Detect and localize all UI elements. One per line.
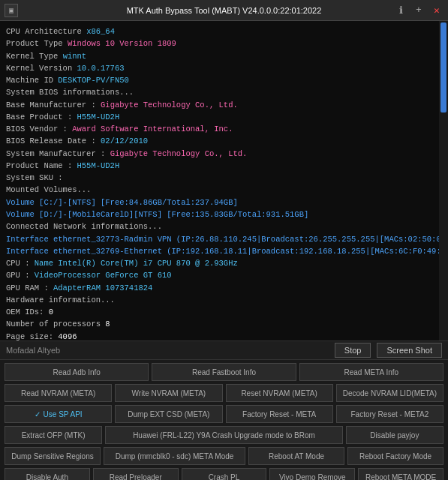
button-row-4: Extract OFP (MTK) Huawei (FRL-L22) Y9A C… <box>5 426 443 444</box>
read-fastboot-info-button[interactable]: Read Fastboot Info <box>152 363 296 381</box>
log-line: System SKU : <box>6 172 433 184</box>
app-logo: ▣ <box>5 4 18 17</box>
log-line: CPU Architecture x86_64 <box>6 26 433 38</box>
read-adb-info-button[interactable]: Read Adb Info <box>5 363 149 381</box>
button-row-2: Read NVRAM (META) Write NVRAM (META) Res… <box>5 384 443 402</box>
title-bar-controls: ℹ + ✕ <box>394 4 443 17</box>
scrollbar-area <box>439 21 448 340</box>
stop-button[interactable]: Stop <box>335 343 371 358</box>
dump-sensitive-button[interactable]: Dump Sensitive Regions <box>5 447 101 465</box>
log-line: Page size: 4096 <box>6 331 433 340</box>
extract-ofp-button[interactable]: Extract OFP (MTK) <box>5 426 102 444</box>
log-line: Number of processors 8 <box>6 318 433 330</box>
dump-mmc-button[interactable]: Dump (mmcblk0 - sdc) META Mode <box>104 447 245 465</box>
reset-nvram-button[interactable]: Reset NVRAM (META) <box>226 384 333 402</box>
main-area: CPU Architecture x86_64Product Type Wind… <box>0 21 448 340</box>
vivo-demo-button[interactable]: Vivo Demo Remove <box>269 468 355 480</box>
log-line: Base Product : H55M-UD2H <box>6 111 433 123</box>
log-panel[interactable]: CPU Architecture x86_64Product Type Wind… <box>0 21 439 340</box>
write-nvram-button[interactable]: Write NVRAM (META) <box>115 384 222 402</box>
reboot-factory-button[interactable]: Reboot Factory Mode <box>347 447 443 465</box>
log-line: CPU : Name Intel(R) Core(TM) i7 CPU 870 … <box>6 257 433 269</box>
log-line: Connected Network informations... <box>6 220 433 232</box>
title-bar-title: MTK Auth Bypass Tool (MABT) V24.0.0.0:22… <box>127 6 322 15</box>
reboot-at-button[interactable]: Reboot AT Mode <box>248 447 344 465</box>
add-icon[interactable]: + <box>412 4 425 17</box>
log-line: GPU RAM : AdapterRAM 1073741824 <box>6 282 433 294</box>
log-line: Machine ID DESKTOP-PV/FN50 <box>6 74 433 86</box>
log-line: Kernel Version 10.0.17763 <box>6 62 433 74</box>
log-line: Volume [D:/]-[MobileCarelD][NTFS] [Free:… <box>6 208 433 220</box>
factory-reset-meta-button[interactable]: Factory Reset - META <box>226 405 333 423</box>
status-actions: Stop Screen Shot <box>335 343 442 358</box>
log-line: Mounted Volumes... <box>6 184 433 196</box>
crash-pl-button[interactable]: Crash PL <box>182 468 267 480</box>
log-line: Interface ethernet_32769-Ethernet (IP:19… <box>6 245 433 257</box>
use-sp-api-button[interactable]: ✓ Use SP API <box>5 405 112 423</box>
screenshot-button[interactable]: Screen Shot <box>377 343 442 358</box>
dump-ext-csd-button[interactable]: Dump EXT CSD (META) <box>115 405 222 423</box>
decode-nvram-button[interactable]: Decode NVRAM LID(META) <box>336 384 443 402</box>
author-label: Mofadal Altyeb <box>6 346 60 355</box>
button-row-6: Disable Auth Read Preloader Crash PL Viv… <box>5 468 443 480</box>
log-line: Hardware information... <box>6 294 433 306</box>
log-line: Base Manufacturer : Gigabyte Technology … <box>6 99 433 111</box>
log-line: BIOS Vendor : Award Software Internation… <box>6 123 433 135</box>
log-line: Volume [C:/]-[NTFS] [Free:84.86GB/Total:… <box>6 196 433 208</box>
log-line: OEM IDs: 0 <box>6 306 433 318</box>
log-line: Product Type Windows 10 Version 1809 <box>6 38 433 50</box>
log-line: BIOS Release Date : 02/12/2010 <box>6 135 433 147</box>
button-area: Read Adb Info Read Fastboot Info Read ME… <box>0 360 448 480</box>
log-line: Product Name : H55M-UD2H <box>6 160 433 172</box>
read-meta-info-button[interactable]: Read META Info <box>299 363 443 381</box>
button-row-3: ✓ Use SP API Dump EXT CSD (META) Factory… <box>5 405 443 423</box>
title-bar: ▣ MTK Auth Bypass Tool (MABT) V24.0.0.0:… <box>0 0 448 21</box>
button-row-5: Dump Sensitive Regions Dump (mmcblk0 - s… <box>5 447 443 465</box>
disable-auth-button[interactable]: Disable Auth <box>5 468 90 480</box>
status-bar: Mofadal Altyeb Stop Screen Shot <box>0 340 448 360</box>
close-icon[interactable]: ✕ <box>430 4 443 17</box>
reboot-meta-button[interactable]: Reboot META MODE <box>358 468 443 480</box>
log-line: Interface ethernet_32773-Radmin VPN (IP:… <box>6 233 433 245</box>
huawei-button[interactable]: Huawei (FRL-L22) Y9A Crash Upgrade mode … <box>105 426 343 444</box>
log-line: System BIOS informations... <box>6 86 433 98</box>
factory-reset-meta2-button[interactable]: Factory Reset - META2 <box>336 405 443 423</box>
log-line: System Manufacturer : Gigabyte Technolog… <box>6 148 433 160</box>
info-icon[interactable]: ℹ <box>394 4 407 17</box>
disable-payjoy-button[interactable]: Disable payjoy <box>346 426 443 444</box>
read-nvram-button[interactable]: Read NVRAM (META) <box>5 384 112 402</box>
log-line: Kernel Type winnt <box>6 50 433 62</box>
log-line: GPU : VideoProcessor GeForce GT 610 <box>6 269 433 281</box>
scrollbar-thumb[interactable] <box>440 22 446 112</box>
read-preloader-button[interactable]: Read Preloader <box>93 468 179 480</box>
button-row-1: Read Adb Info Read Fastboot Info Read ME… <box>5 363 443 381</box>
title-bar-left: ▣ <box>5 4 18 17</box>
